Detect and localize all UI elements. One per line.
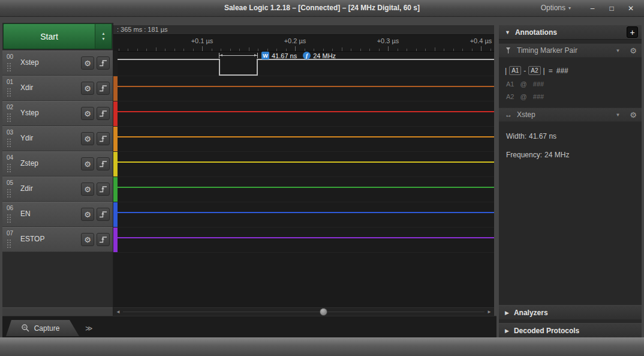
channel-label[interactable]: EN	[20, 210, 31, 218]
waveform-channel-row[interactable]	[113, 127, 494, 152]
decoded-protocols-header[interactable]: ▶ Decoded Protocols	[499, 323, 642, 337]
drag-handle-icon[interactable]	[7, 240, 8, 241]
waveform-channel-row[interactable]	[113, 76, 494, 101]
trigger-edge-icon	[98, 235, 108, 244]
marker-delta-value: ###	[556, 67, 568, 75]
capture-options-button[interactable]: ▲ ▼	[95, 23, 112, 49]
waveform-channel-row[interactable]	[113, 101, 494, 127]
waveform-trace-segment	[219, 59, 220, 76]
drag-handle-icon[interactable]	[7, 164, 8, 165]
width-badge-icon: W	[261, 52, 269, 59]
channel-row[interactable]: 05 Zdir ⚙	[2, 176, 113, 202]
a2-chip: A2	[528, 66, 540, 75]
drag-handle-icon[interactable]	[7, 113, 8, 115]
channel-settings-button[interactable]: ⚙	[81, 208, 94, 221]
capture-magnifier-icon	[21, 324, 30, 333]
width-span-arrow-icon	[219, 53, 258, 58]
trigger-edge-icon	[98, 58, 108, 68]
waveform-channel-row[interactable]	[113, 202, 494, 228]
trigger-edge-icon	[98, 83, 108, 93]
channel-label[interactable]: Zstep	[20, 159, 38, 167]
ruler-label: +0.2 µs	[277, 37, 313, 44]
channel-settings-button[interactable]: ⚙	[81, 132, 94, 145]
waveform-channel-row[interactable]	[113, 152, 494, 177]
width-arrows-icon: ↔	[505, 110, 512, 119]
scroll-right-button[interactable]: ►	[487, 309, 492, 316]
waveform-trace-container	[113, 127, 494, 151]
minimize-button[interactable]: –	[583, 4, 602, 13]
timing-marker-pair-title: Timing Marker Pair	[517, 46, 577, 55]
close-button[interactable]: ✕	[621, 4, 640, 13]
titlebar: Saleae Logic 1.2.18 – [Connected] – [24 …	[0, 0, 644, 17]
channel-trigger-button[interactable]	[97, 183, 110, 196]
channel-label[interactable]: Zdir	[20, 184, 33, 193]
drag-handle-icon[interactable]	[7, 88, 8, 89]
channel-label[interactable]: Ydir	[20, 134, 33, 142]
pipe-glyph: |	[505, 67, 507, 75]
timing-marker-pair-header[interactable]: Timing Marker Pair ▼ ⚙	[499, 43, 642, 58]
channel-settings-button[interactable]: ⚙	[81, 157, 94, 170]
scroll-left-button[interactable]: ◄	[116, 309, 121, 316]
time-ruler[interactable]: +0.1 µs+0.2 µs+0.3 µs+0.4 µs	[113, 35, 494, 52]
channel-trigger-button[interactable]	[97, 233, 110, 246]
channel-row[interactable]: 01 Xdir ⚙	[2, 76, 113, 101]
channel-label[interactable]: ESTOP	[20, 235, 44, 243]
channel-row[interactable]: 03 Ydir ⚙	[2, 126, 113, 151]
channel-row[interactable]: 07 ESTOP ⚙	[2, 227, 113, 252]
start-row: Start ▲ ▼	[2, 23, 113, 50]
dropdown-arrow-icon[interactable]: ▼	[615, 48, 620, 53]
waveform-channel-row[interactable]	[113, 177, 494, 202]
maximize-button[interactable]: □	[602, 4, 621, 13]
channel-trigger-button[interactable]	[97, 82, 110, 95]
arrow-right-cap	[254, 54, 257, 56]
channel-row[interactable]: 06 EN ⚙	[2, 202, 113, 227]
channel-label[interactable]: Xdir	[20, 83, 33, 92]
scrollbar-track[interactable]	[123, 312, 484, 312]
bottom-tab-bar: Capture ≫	[2, 316, 496, 337]
channel-settings-button[interactable]: ⚙	[81, 56, 94, 70]
channel-settings-button[interactable]: ⚙	[81, 107, 94, 120]
channel-settings-button[interactable]: ⚙	[81, 82, 94, 95]
start-button[interactable]: Start	[3, 23, 95, 49]
channel-number: 07	[7, 230, 13, 237]
gear-icon[interactable]: ⚙	[630, 46, 637, 55]
width-value: 41.67 ns	[529, 132, 556, 140]
channel-settings-button[interactable]: ⚙	[81, 233, 94, 246]
capture-tab[interactable]: Capture	[6, 320, 79, 336]
gear-icon[interactable]: ⚙	[630, 110, 637, 119]
channel-label[interactable]: Xstep	[20, 58, 39, 67]
channel-row[interactable]: 04 Zstep ⚙	[2, 151, 113, 176]
frequency-value: 24 MHz	[544, 151, 569, 159]
drag-handle-icon[interactable]	[7, 139, 8, 140]
drag-handle-icon[interactable]	[7, 214, 8, 216]
analyzers-header[interactable]: ▶ Analyzers	[499, 305, 642, 319]
channel-trigger-button[interactable]	[97, 132, 110, 145]
dropdown-arrow-icon[interactable]: ▼	[615, 112, 620, 118]
channel-trigger-button[interactable]	[97, 107, 110, 120]
channel-number: 02	[7, 104, 13, 110]
drag-handle-icon[interactable]	[7, 189, 8, 190]
channel-label[interactable]: Ystep	[20, 109, 39, 117]
ruler-tick	[202, 46, 203, 51]
channel-trigger-button[interactable]	[97, 157, 110, 170]
ruler-label: +0.1 µs	[184, 37, 220, 44]
waveform-channel-row[interactable]	[113, 228, 494, 253]
xstep-measurement-header[interactable]: ↔ Xstep ▼ ⚙	[499, 107, 642, 122]
more-tabs-button[interactable]: ≫	[85, 324, 93, 333]
drag-handle-icon[interactable]	[7, 63, 8, 64]
channel-settings-button[interactable]: ⚙	[81, 183, 94, 196]
ruler-tick	[388, 46, 389, 51]
waveform-panel[interactable]: : 365 ms : 181 µs +0.1 µs+0.2 µs+0.3 µs+…	[113, 25, 494, 316]
channel-row[interactable]: 02 Ystep ⚙	[2, 101, 113, 126]
waveform-area[interactable]: W 41.67 ns f 24 MHz	[113, 51, 494, 253]
waveform-trace-container	[113, 101, 494, 126]
channel-trigger-button[interactable]	[97, 56, 110, 70]
horizontal-scrollbar[interactable]: ◄ ►	[113, 307, 494, 316]
channel-trigger-button[interactable]	[97, 208, 110, 221]
scrollbar-thumb[interactable]	[320, 308, 327, 316]
options-menu[interactable]: Options ▾	[541, 4, 571, 12]
waveform-trace-segment	[118, 86, 494, 87]
annotations-header[interactable]: ▼ Annotations +	[499, 25, 642, 40]
channel-row[interactable]: 00 Xstep ⚙	[2, 50, 113, 76]
add-annotation-button[interactable]: +	[627, 26, 638, 38]
